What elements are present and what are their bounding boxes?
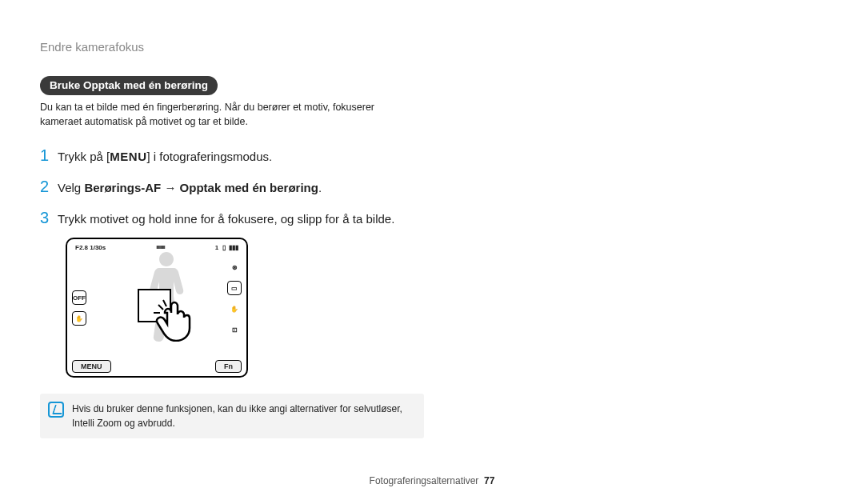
step-3: 3 Trykk motivet og hold inne for å fokus… (40, 206, 408, 230)
right-osd-icons: ⊛ ▭ ✋ ⊡ (227, 260, 242, 337)
step-text: Trykk motivet og hold inne for å fokuser… (58, 210, 394, 229)
left-osd-icons: OFF ✋ (72, 290, 86, 326)
step-text: Trykk på [MENU] i fotograferingsmodus. (58, 148, 272, 166)
mode-off-icon: OFF (72, 290, 86, 305)
step-text: Velg Berørings-AF → Opptak med én berøri… (58, 179, 322, 198)
shot-count: 1 (215, 244, 218, 251)
touch-mode-icon: ✋ (72, 311, 86, 326)
flash-icon: ⊛ (227, 260, 242, 274)
section-pill: Bruke Opptak med én berøring (40, 76, 218, 95)
step-1: 1 Trykk på [MENU] i fotograferingsmodus. (40, 143, 408, 167)
page-number: 77 (484, 475, 494, 486)
camera-screen-illustration: F2.8 1/30s ııııııııııı 1 ▯ ▮▮▮ OFF ✋ (66, 238, 248, 378)
status-icons: 1 ▯ ▮▮▮ (215, 244, 238, 251)
step-2: 2 Velg Berørings-AF → Opptak med én berø… (40, 174, 408, 198)
step-number: 3 (40, 206, 58, 230)
note-text: Hvis du bruker denne funksjonen, kan du … (72, 402, 414, 430)
sd-card-icon: ▯ (222, 244, 226, 251)
stabilizer-icon: ✋ (227, 302, 242, 316)
note-icon (48, 402, 64, 418)
footer-section: Fotograferingsalternativer (370, 475, 479, 486)
metering-icon: ⊡ (227, 322, 242, 337)
step-number: 1 (40, 143, 58, 167)
section-intro: Du kan ta et bilde med én fingerberøring… (40, 100, 408, 129)
touch-hand-icon (152, 297, 197, 342)
menu-label-icon: MENU (110, 150, 146, 163)
exposure-readout: F2.8 1/30s (75, 244, 106, 251)
page-footer: Fotograferingsalternativer 77 (0, 475, 864, 486)
step-number: 2 (40, 174, 58, 198)
size-icon: ▭ (227, 281, 242, 295)
steps-list: 1 Trykk på [MENU] i fotograferingsmodus.… (40, 143, 408, 230)
note-callout: Hvis du bruker denne funksjonen, kan du … (40, 394, 424, 438)
page-header: Endre kamerafokus (40, 40, 408, 54)
battery-icon: ▮▮▮ (229, 244, 238, 251)
fn-button: Fn (215, 360, 242, 373)
menu-button: MENU (72, 360, 111, 373)
